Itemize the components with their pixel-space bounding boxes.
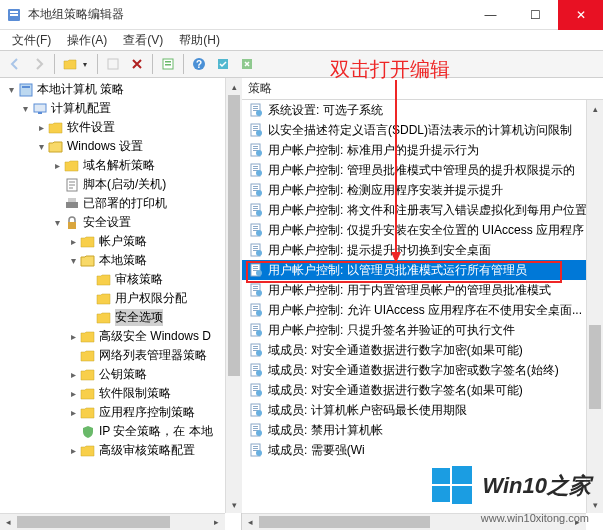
expand-icon[interactable]: ▸ (66, 442, 80, 459)
tree-item-printers[interactable]: ▸ 已部署的打印机 (2, 194, 239, 213)
list-header-policy[interactable]: 策略 (242, 78, 603, 100)
tree-item-security-settings[interactable]: ▾ 安全设置 (2, 213, 239, 232)
svg-rect-1 (10, 11, 18, 13)
tree-item-security-options[interactable]: ▸ 安全选项 (2, 308, 239, 327)
svg-rect-80 (253, 346, 258, 347)
menu-file[interactable]: 文件(F) (4, 30, 59, 51)
maximize-button[interactable]: ☐ (513, 0, 558, 30)
properties-button[interactable] (157, 53, 179, 75)
list-row[interactable]: 用户帐户控制: 仅提升安装在安全位置的 UIAccess 应用程序 (242, 220, 603, 240)
close-button[interactable]: ✕ (558, 0, 603, 30)
expand-icon[interactable]: ▾ (66, 252, 80, 269)
list-row[interactable]: 域成员: 对安全通道数据进行数字加密(如果可能) (242, 340, 603, 360)
svg-rect-61 (253, 268, 258, 269)
list-row[interactable]: 域成员: 需要强(Wi (242, 440, 603, 460)
tree-item-windows-settings[interactable]: ▾ Windows 设置 (2, 137, 239, 156)
svg-rect-76 (253, 328, 258, 329)
svg-point-53 (256, 230, 262, 236)
script-icon (64, 177, 80, 193)
scroll-down-button[interactable]: ▾ (587, 496, 603, 513)
list-row[interactable]: 用户帐户控制: 以管理员批准模式运行所有管理员 (242, 260, 603, 280)
list-row[interactable]: 用户帐户控制: 用于内置管理员帐户的管理员批准模式 (242, 280, 603, 300)
tree-item-audit-policy[interactable]: ▸ 审核策略 (2, 270, 239, 289)
scroll-right-button[interactable]: ▸ (208, 514, 225, 530)
expand-icon[interactable]: ▸ (66, 328, 80, 345)
list-row[interactable]: 用户帐户控制: 管理员批准模式中管理员的提升权限提示的 (242, 160, 603, 180)
menu-view[interactable]: 查看(V) (115, 30, 171, 51)
expand-icon[interactable]: ▸ (34, 119, 48, 136)
up-button[interactable] (59, 53, 81, 75)
list-row[interactable]: 用户帐户控制: 允许 UIAccess 应用程序在不使用安全桌面... (242, 300, 603, 320)
expand-icon[interactable]: ▾ (50, 214, 64, 231)
tree-item-software-restriction[interactable]: ▸ 软件限制策略 (2, 384, 239, 403)
svg-rect-35 (253, 166, 258, 167)
tree-item-local-policies[interactable]: ▾ 本地策略 (2, 251, 239, 270)
svg-rect-65 (253, 286, 258, 287)
tree-item-user-rights[interactable]: ▸ 用户权限分配 (2, 289, 239, 308)
delete-button[interactable] (126, 53, 148, 75)
forward-button[interactable] (28, 53, 50, 75)
list-row-text: 用户帐户控制: 提示提升时切换到安全桌面 (268, 242, 491, 259)
tree-root[interactable]: ▾ 本地计算机 策略 (2, 80, 239, 99)
list-row[interactable]: 用户帐户控制: 标准用户的提升提示行为 (242, 140, 603, 160)
list-row[interactable]: 系统设置: 可选子系统 (242, 100, 603, 120)
svg-rect-18 (68, 222, 76, 229)
expand-icon[interactable]: ▸ (66, 366, 80, 383)
list-panel: 策略 系统设置: 可选子系统以安全描述符定义语言(SDDL)语法表示的计算机访问… (242, 78, 603, 530)
tree-scrollbar-vertical[interactable]: ▴ ▾ (225, 78, 242, 513)
tree-item-advanced-audit[interactable]: ▸ 高级审核策略配置 (2, 441, 239, 460)
svg-rect-21 (253, 108, 258, 109)
menu-action[interactable]: 操作(A) (59, 30, 115, 51)
tree-scrollbar-horizontal[interactable]: ◂ ▸ (0, 513, 225, 530)
svg-rect-40 (253, 186, 258, 187)
folder-icon (80, 329, 96, 345)
tree-item-advanced-windows-defender[interactable]: ▸ 高级安全 Windows D (2, 327, 239, 346)
list-scrollbar-vertical[interactable]: ▴ ▾ (586, 100, 603, 513)
list-row[interactable]: 用户帐户控制: 提示提升时切换到安全桌面 (242, 240, 603, 260)
menu-help[interactable]: 帮助(H) (171, 30, 228, 51)
tool-button[interactable] (236, 53, 258, 75)
cut-button[interactable] (102, 53, 124, 75)
expand-icon[interactable]: ▸ (66, 385, 80, 402)
list-row-text: 以安全描述符定义语言(SDDL)语法表示的计算机访问限制 (268, 122, 572, 139)
scroll-down-button[interactable]: ▾ (226, 496, 242, 513)
tree-item-app-control[interactable]: ▸ 应用程序控制策略 (2, 403, 239, 422)
expand-icon[interactable]: ▸ (66, 404, 80, 421)
tree-item-network-list[interactable]: ▸ 网络列表管理器策略 (2, 346, 239, 365)
list-row[interactable]: 域成员: 对安全通道数据进行数字签名(如果可能) (242, 380, 603, 400)
list-row[interactable]: 以安全描述符定义语言(SDDL)语法表示的计算机访问限制 (242, 120, 603, 140)
expand-icon[interactable]: ▾ (34, 138, 48, 155)
list-row[interactable]: 域成员: 对安全通道数据进行数字加密或数字签名(始终) (242, 360, 603, 380)
scroll-up-button[interactable]: ▴ (226, 78, 242, 95)
policy-item-icon (248, 422, 264, 438)
scroll-left-button[interactable]: ◂ (0, 514, 17, 530)
tree: ▾ 本地计算机 策略 ▾ 计算机配置 ▸ 软件设置 ▾ Windows 设置 ▸ (0, 78, 241, 462)
folder-open-icon (80, 253, 96, 269)
svg-point-88 (256, 370, 262, 376)
tree-item-public-key[interactable]: ▸ 公钥策略 (2, 365, 239, 384)
tree-item-computer-config[interactable]: ▾ 计算机配置 (2, 99, 239, 118)
back-button[interactable] (4, 53, 26, 75)
tree-item-ip-security[interactable]: ▸ IP 安全策略，在 本地 (2, 422, 239, 441)
tree-item-scripts[interactable]: ▸ 脚本(启动/关机) (2, 175, 239, 194)
list-row[interactable]: 用户帐户控制: 检测应用程序安装并提示提升 (242, 180, 603, 200)
expand-icon[interactable]: ▸ (66, 233, 80, 250)
dropdown-icon[interactable]: ▾ (83, 60, 93, 69)
expand-icon[interactable]: ▸ (50, 157, 64, 174)
list-row[interactable]: 用户帐户控制: 将文件和注册表写入错误虚拟化到每用户位置 (242, 200, 603, 220)
list-row[interactable]: 域成员: 计算机帐户密码最长使用期限 (242, 400, 603, 420)
tool-button[interactable] (212, 53, 234, 75)
help-button[interactable]: ? (188, 53, 210, 75)
scroll-up-button[interactable]: ▴ (587, 100, 603, 117)
tree-item-software-settings[interactable]: ▸ 软件设置 (2, 118, 239, 137)
list-row-text: 域成员: 对安全通道数据进行数字加密(如果可能) (268, 342, 523, 359)
expand-icon[interactable]: ▾ (18, 100, 32, 117)
list-row[interactable]: 用户帐户控制: 只提升签名并验证的可执行文件 (242, 320, 603, 340)
svg-rect-41 (253, 188, 258, 189)
list-row[interactable]: 域成员: 禁用计算机帐 (242, 420, 603, 440)
scroll-left-button[interactable]: ◂ (242, 514, 259, 530)
tree-item-account-policies[interactable]: ▸ 帐户策略 (2, 232, 239, 251)
tree-item-name-resolution[interactable]: ▸ 域名解析策略 (2, 156, 239, 175)
expand-icon[interactable]: ▾ (4, 81, 18, 98)
minimize-button[interactable]: — (468, 0, 513, 30)
